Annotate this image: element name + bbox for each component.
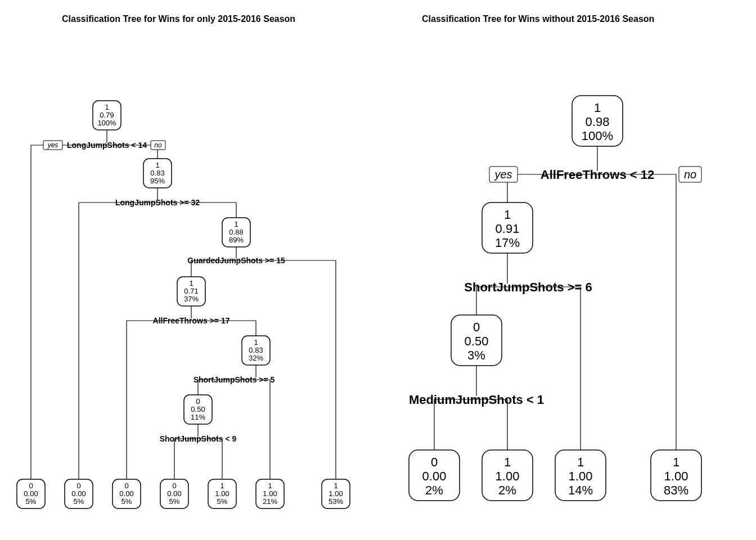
svg-text:1: 1 <box>673 455 680 469</box>
svg-text:5%: 5% <box>217 497 228 506</box>
svg-text:1: 1 <box>189 279 193 287</box>
svg-text:0: 0 <box>431 455 438 469</box>
svg-text:1.00: 1.00 <box>496 469 520 483</box>
svg-text:2%: 2% <box>425 483 443 497</box>
svg-text:1: 1 <box>334 482 338 490</box>
svg-text:0: 0 <box>29 482 33 490</box>
svg-text:0.79: 0.79 <box>100 111 114 119</box>
left-leaf-3: 0 0.00 5% <box>112 479 141 508</box>
svg-text:37%: 37% <box>184 295 199 303</box>
svg-text:0: 0 <box>196 397 200 406</box>
right-leaf-1: 0 0.00 2% <box>409 450 460 501</box>
left-split-6: ShortJumpShots < 9 <box>160 434 237 443</box>
left-root-node: 1 0.79 100% <box>93 101 121 130</box>
svg-text:5%: 5% <box>26 497 37 506</box>
svg-text:0.98: 0.98 <box>586 115 610 129</box>
right-leaf-2: 1 1.00 2% <box>482 450 533 501</box>
left-leaf-2: 0 0.00 5% <box>65 479 93 508</box>
svg-text:0.00: 0.00 <box>167 489 181 498</box>
svg-text:1: 1 <box>105 103 109 111</box>
left-leaf-7: 1 1.00 53% <box>322 479 350 508</box>
svg-text:AllFreeThrows < 12: AllFreeThrows < 12 <box>541 168 654 182</box>
svg-text:0.00: 0.00 <box>71 489 86 498</box>
left-internal-5: 1 0.83 32% <box>242 336 270 365</box>
svg-text:0: 0 <box>473 320 480 334</box>
left-split-4: AllFreeThrows >= 17 <box>153 316 230 325</box>
svg-text:5%: 5% <box>169 497 180 506</box>
svg-text:1: 1 <box>504 455 511 469</box>
right-tree-title: Classification Tree for Wins without 201… <box>422 14 654 24</box>
left-internal-4: 1 0.71 37% <box>177 277 205 306</box>
svg-text:1: 1 <box>220 482 224 490</box>
svg-text:0.91: 0.91 <box>496 222 520 236</box>
svg-text:LongJumpShots < 14: LongJumpShots < 14 <box>67 141 147 150</box>
left-leaf-4: 0 0.00 5% <box>160 479 188 508</box>
svg-text:1.00: 1.00 <box>664 469 688 483</box>
left-internal-2: 1 0.83 95% <box>143 159 172 188</box>
svg-text:1.00: 1.00 <box>328 489 343 498</box>
svg-text:0.00: 0.00 <box>24 489 38 498</box>
right-split-2: ShortJumpShots >= 6 <box>464 280 592 294</box>
svg-text:3%: 3% <box>467 348 485 362</box>
svg-text:100%: 100% <box>582 129 613 143</box>
left-internal-3: 1 0.88 89% <box>222 218 250 247</box>
svg-text:1.00: 1.00 <box>215 489 229 498</box>
right-leaf-4: 1 1.00 83% <box>651 450 701 501</box>
left-split-3: GuardedJumpShots >= 15 <box>187 256 285 265</box>
svg-text:1: 1 <box>268 482 272 490</box>
left-split-2: LongJumpShots >= 32 <box>115 198 200 207</box>
svg-text:5%: 5% <box>74 497 84 506</box>
svg-text:17%: 17% <box>495 236 520 250</box>
svg-text:0.50: 0.50 <box>191 405 205 413</box>
svg-text:100%: 100% <box>97 119 116 127</box>
left-tree-title: Classification Tree for Wins for only 20… <box>62 14 295 24</box>
svg-text:0.83: 0.83 <box>249 346 263 354</box>
right-leaf-3: 1 1.00 14% <box>555 450 606 501</box>
svg-text:yes: yes <box>493 168 512 181</box>
svg-text:32%: 32% <box>249 354 263 362</box>
svg-text:1.00: 1.00 <box>569 469 593 483</box>
svg-text:1.00: 1.00 <box>263 489 277 498</box>
svg-text:0.00: 0.00 <box>422 469 447 483</box>
svg-text:89%: 89% <box>229 236 244 244</box>
svg-text:0: 0 <box>172 482 176 490</box>
svg-text:0: 0 <box>76 482 80 490</box>
right-tree-svg: 1 0.98 100% yes AllFreeThrows < 12 no 1 … <box>378 45 756 529</box>
svg-text:1: 1 <box>594 101 601 115</box>
left-internal-6: 0 0.50 11% <box>184 395 212 424</box>
left-leaf-5: 1 1.00 5% <box>208 479 236 508</box>
svg-text:1: 1 <box>155 161 159 169</box>
svg-text:0.71: 0.71 <box>184 287 198 295</box>
svg-text:no: no <box>684 168 696 181</box>
svg-text:0.50: 0.50 <box>465 334 489 348</box>
left-tree-svg: 1 0.79 100% yes LongJumpShots < 14 no 1 … <box>0 45 378 529</box>
svg-text:5%: 5% <box>122 497 132 506</box>
svg-text:no: no <box>154 141 162 149</box>
right-internal-3: 0 0.50 3% <box>451 315 502 366</box>
svg-text:0.88: 0.88 <box>229 228 243 236</box>
right-internal-2: 1 0.91 17% <box>482 202 533 253</box>
svg-text:1: 1 <box>504 208 511 222</box>
left-leaf-1: 0 0.00 5% <box>17 479 45 508</box>
svg-text:53%: 53% <box>328 497 343 506</box>
svg-text:11%: 11% <box>191 413 205 421</box>
svg-text:yes: yes <box>47 141 58 149</box>
svg-text:95%: 95% <box>150 177 165 185</box>
svg-text:1: 1 <box>577 455 584 469</box>
svg-text:83%: 83% <box>664 483 688 497</box>
svg-text:21%: 21% <box>263 497 277 506</box>
svg-text:0: 0 <box>124 482 128 490</box>
svg-text:14%: 14% <box>568 483 593 497</box>
svg-text:0.00: 0.00 <box>119 489 133 498</box>
left-split-5: ShortJumpShots >= 5 <box>194 375 275 384</box>
left-leaf-6: 1 1.00 21% <box>256 479 284 508</box>
right-root-node: 1 0.98 100% <box>572 96 623 146</box>
svg-text:1: 1 <box>234 220 238 228</box>
svg-text:2%: 2% <box>498 483 516 497</box>
right-split-3: MediumJumpShots < 1 <box>409 393 544 407</box>
svg-text:0.83: 0.83 <box>150 169 164 177</box>
svg-text:1: 1 <box>254 338 258 346</box>
